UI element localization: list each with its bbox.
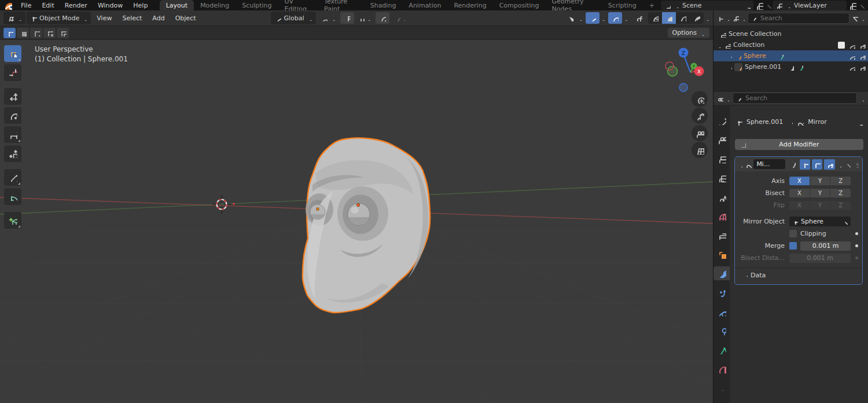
- outliner-row-sphere[interactable]: Sphere: [713, 50, 868, 61]
- camera-view-button[interactable]: [692, 125, 708, 141]
- menu-render[interactable]: Render: [60, 0, 93, 10]
- data-subpanel-header[interactable]: Data: [735, 268, 862, 282]
- outliner-row-scene-collection[interactable]: Scene Collection: [713, 28, 868, 39]
- outliner-search[interactable]: [748, 13, 849, 24]
- zoom-button[interactable]: [692, 91, 708, 107]
- workspace-tab-scripting[interactable]: Scripting: [602, 0, 643, 10]
- shading-dropdown-icon[interactable]: [704, 15, 709, 21]
- properties-search-input[interactable]: [744, 94, 854, 102]
- workspace-tab-uv-editing[interactable]: UV Editing: [278, 0, 318, 10]
- tool-select-box[interactable]: [4, 45, 21, 62]
- menu-view[interactable]: View: [92, 14, 116, 22]
- transform-orientation-selector[interactable]: Global: [271, 12, 315, 24]
- properties-search[interactable]: [733, 93, 857, 104]
- camera-icon[interactable]: [859, 42, 866, 49]
- show-gizmo-toggle[interactable]: [586, 12, 599, 24]
- axis-z-button[interactable]: Z: [830, 177, 851, 185]
- gizmo-dropdown-icon[interactable]: [599, 15, 605, 21]
- properties-options-icon[interactable]: [859, 96, 865, 101]
- viewport-canvas[interactable]: User Perspective (1) Collection | Sphere…: [0, 40, 713, 403]
- proportional-editing-toggle[interactable]: [376, 12, 389, 24]
- pin-icon[interactable]: [856, 119, 863, 126]
- tool-move[interactable]: [4, 88, 21, 105]
- pivot-point-selector[interactable]: [317, 12, 339, 24]
- outliner-row-collection[interactable]: Collection: [713, 39, 868, 50]
- merge-animate-decorator[interactable]: [851, 244, 862, 247]
- tab-world[interactable]: [713, 209, 730, 223]
- toggle-on-cage[interactable]: [787, 159, 797, 170]
- camera-icon[interactable]: [859, 53, 866, 60]
- workspace-tab-rendering[interactable]: Rendering: [447, 0, 492, 10]
- select-mode-intersect[interactable]: [57, 28, 69, 38]
- proportional-falloff[interactable]: [390, 12, 410, 24]
- perspective-toggle-button[interactable]: [692, 142, 708, 158]
- tab-output[interactable]: [713, 152, 730, 166]
- menu-window[interactable]: Window: [93, 0, 128, 10]
- show-overlays-toggle[interactable]: [608, 12, 622, 24]
- snap-toggle[interactable]: [340, 12, 354, 24]
- select-mode-invert[interactable]: [43, 28, 56, 38]
- menu-file[interactable]: File: [16, 0, 36, 10]
- outliner-filter[interactable]: [851, 14, 865, 21]
- tab-material[interactable]: [713, 362, 730, 376]
- tab-collection[interactable]: [713, 228, 730, 242]
- snap-settings[interactable]: [355, 12, 374, 24]
- tab-particles[interactable]: [713, 285, 730, 299]
- axis-y-button[interactable]: Y: [810, 177, 830, 185]
- visibility-dropdown-icon[interactable]: [577, 15, 583, 21]
- bisect-z-button[interactable]: Z: [830, 189, 851, 197]
- tool-add-cube[interactable]: [4, 212, 21, 229]
- workspace-tab-layout[interactable]: Layout: [160, 0, 194, 10]
- workspace-tab-geometry-nodes[interactable]: Geometry Nodes: [546, 0, 602, 10]
- tab-object[interactable]: [713, 247, 730, 261]
- expand-icon[interactable]: [726, 64, 732, 70]
- shading-material-button[interactable]: [676, 12, 690, 24]
- tab-scene[interactable]: [713, 190, 730, 204]
- expand-icon[interactable]: [726, 53, 732, 59]
- clipping-checkbox[interactable]: [789, 230, 797, 237]
- select-mode-extend[interactable]: [17, 28, 29, 38]
- clear-object-icon[interactable]: [842, 219, 848, 225]
- collapse-icon[interactable]: [738, 162, 744, 167]
- workspace-tab-modeling[interactable]: Modeling: [194, 0, 236, 10]
- expand-icon[interactable]: [716, 42, 722, 48]
- options-dropdown[interactable]: Options: [668, 28, 709, 38]
- tool-scale[interactable]: [4, 126, 21, 143]
- tool-transform[interactable]: [4, 145, 21, 162]
- outliner-row-sphere001[interactable]: Sphere.001: [713, 61, 868, 72]
- bisect-x-button[interactable]: X: [789, 189, 810, 197]
- pan-button[interactable]: [692, 108, 708, 124]
- tab-physics[interactable]: [713, 305, 730, 318]
- overlays-dropdown-icon[interactable]: [622, 15, 628, 21]
- pin-icon[interactable]: [744, 2, 751, 9]
- collection-checkbox[interactable]: [838, 42, 845, 49]
- menu-edit[interactable]: Edit: [36, 0, 59, 10]
- tab-modifiers[interactable]: [713, 266, 730, 280]
- eye-icon[interactable]: [848, 64, 855, 71]
- tab-constraints[interactable]: [713, 324, 730, 338]
- menu-object[interactable]: Object: [171, 14, 201, 22]
- eye-icon[interactable]: [848, 53, 855, 60]
- workspace-tab-sculpting[interactable]: Sculpting: [236, 0, 278, 10]
- shading-wireframe-button[interactable]: [648, 12, 662, 24]
- toggle-edit-mode[interactable]: [800, 159, 810, 170]
- merge-checkbox[interactable]: [789, 242, 797, 250]
- outliner-display-mode[interactable]: [732, 14, 746, 21]
- camera-icon[interactable]: [859, 64, 866, 71]
- scene-selector[interactable]: Scene: [661, 1, 753, 10]
- clipping-animate-decorator[interactable]: [851, 232, 862, 235]
- breadcrumb-object[interactable]: Sphere.001: [746, 118, 783, 126]
- tool-rotate[interactable]: [4, 107, 21, 124]
- new-viewlayer-icon[interactable]: [848, 1, 856, 10]
- add-modifier-button[interactable]: Add Modifier: [735, 139, 863, 150]
- bisect-y-button[interactable]: Y: [810, 189, 830, 197]
- tool-cursor[interactable]: [4, 64, 21, 81]
- outliner-search-input[interactable]: [759, 14, 846, 23]
- grip-icon[interactable]: [852, 161, 859, 168]
- toggle-realtime[interactable]: [812, 159, 822, 170]
- blender-logo-icon[interactable]: [0, 1, 16, 10]
- workspace-tab-compositing[interactable]: Compositing: [493, 0, 546, 10]
- breadcrumb-modifier[interactable]: Mirror: [808, 118, 826, 126]
- tool-annotate[interactable]: [4, 169, 21, 186]
- axis-x-button[interactable]: X: [789, 177, 810, 185]
